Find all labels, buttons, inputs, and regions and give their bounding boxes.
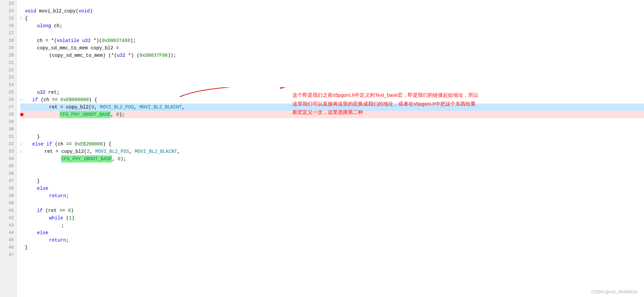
code-line-34: CFG_PHY_UBOOT_BASE, 0);: [20, 155, 644, 163]
fold-icon-33[interactable]: □: [20, 148, 25, 155]
fold-icon-15[interactable]: □: [20, 15, 25, 22]
line-numbers-gutter: 13 14 15 16 17 18 19 20 21 22 23 24 25 2…: [0, 0, 17, 297]
code-line-35: [20, 163, 644, 170]
code-line-27: ret = copy_bl2(0, MOVI_BL2_POS, MOVI_BL2…: [20, 103, 644, 111]
fold-icon-26[interactable]: □: [20, 96, 25, 103]
code-line-36: [20, 170, 644, 177]
code-line-30: [20, 126, 644, 133]
code-line-16: ulong ch;: [20, 22, 644, 30]
breakpoint-indicator: [20, 113, 24, 116]
code-line-43: ;: [20, 222, 644, 229]
code-line-25: u32 ret;: [20, 89, 644, 96]
code-line-44: else: [20, 229, 644, 237]
code-line-29: [20, 118, 644, 126]
code-line-33: □ ret = copy_bl2(2, MOVI_BL2_POS, MOVI_B…: [20, 148, 644, 155]
code-line-20: (copy_sd_mmc_to_mem) (*(u32 *) (0xD0037F…: [20, 52, 644, 59]
code-line-22: [20, 67, 644, 74]
code-line-31: }: [20, 133, 644, 140]
code-line-47: [20, 251, 644, 259]
code-line-24: [20, 81, 644, 89]
code-line-19: copy_sd_mmc_to_mem copy_bl2 =: [20, 44, 644, 52]
code-line-37: }: [20, 177, 644, 185]
watermark: CSDN @m0_46496934: [591, 289, 637, 294]
code-line-13: [20, 0, 644, 7]
code-line-21: [20, 59, 644, 67]
fold-icon-32[interactable]: □: [20, 140, 25, 148]
code-line-14: void movi_bl2_copy(void): [20, 7, 644, 15]
code-line-40: [20, 200, 644, 207]
code-line-46: }: [20, 244, 644, 251]
code-line-17: [20, 30, 644, 37]
code-content: void movi_bl2_copy(void) □ { ulong ch; c…: [17, 0, 644, 297]
code-line-28: CFG_PHY_UBOOT_BASE, 0);: [20, 111, 644, 118]
code-line-38: else: [20, 185, 644, 192]
code-editor: 13 14 15 16 17 18 19 20 21 22 23 24 25 2…: [0, 0, 644, 297]
code-line-26: □ if (ch == 0xEB000000) {: [20, 96, 644, 103]
code-line-39: return;: [20, 192, 644, 200]
code-line-23: [20, 74, 644, 81]
code-line-18: ch = *(volatile u32 *)(0xD0037488);: [20, 37, 644, 44]
code-line-32: □ else if (ch == 0xEB200000) {: [20, 140, 644, 148]
code-line-45: return;: [20, 237, 644, 244]
code-line-15: □ {: [20, 15, 644, 22]
code-line-41: if (ret == 0): [20, 207, 644, 214]
code-line-42: while (1): [20, 214, 644, 222]
